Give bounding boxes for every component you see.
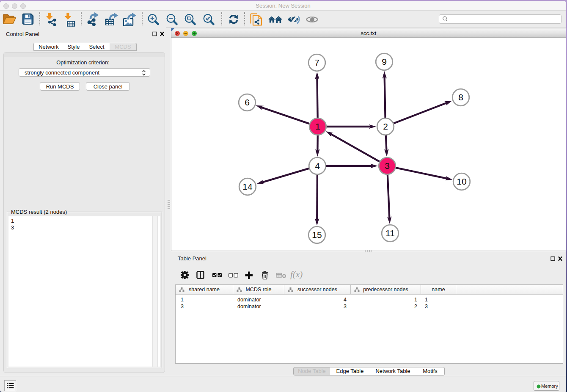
svg-text:8: 8 <box>458 92 463 102</box>
svg-text:9: 9 <box>382 57 387 66</box>
svg-text:15: 15 <box>312 230 322 240</box>
svg-text:3: 3 <box>385 161 390 171</box>
svg-text:7: 7 <box>314 58 319 67</box>
svg-text:1: 1 <box>315 121 320 131</box>
svg-text:4: 4 <box>315 161 320 171</box>
svg-text:10: 10 <box>457 177 466 186</box>
svg-text:11: 11 <box>385 228 395 238</box>
svg-text:14: 14 <box>242 182 253 191</box>
svg-text:2: 2 <box>383 121 388 131</box>
svg-text:6: 6 <box>245 97 250 107</box>
